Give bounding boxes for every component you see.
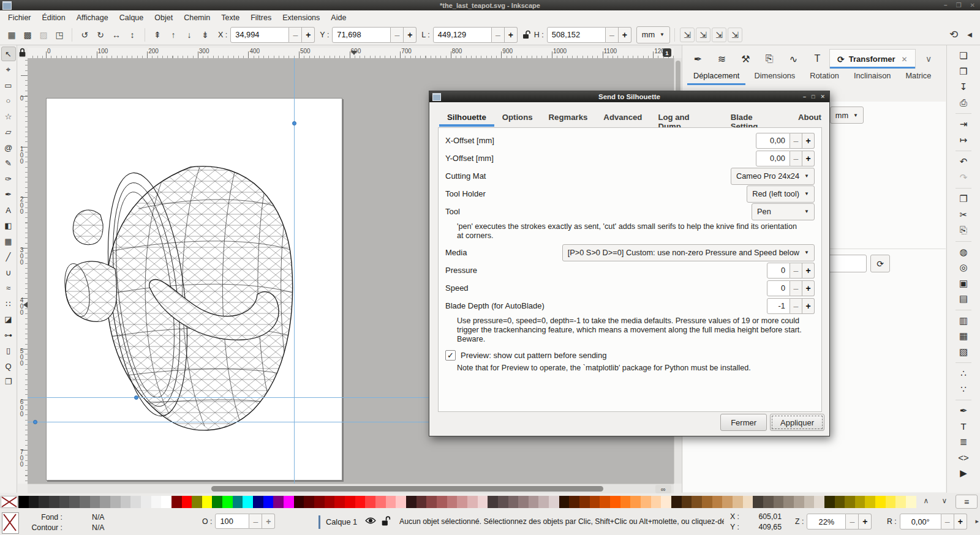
color-swatch[interactable] <box>417 496 427 508</box>
guide-lock-icon[interactable] <box>18 48 27 57</box>
palette-scroll-down-icon[interactable]: ∨ <box>936 496 953 507</box>
color-swatch[interactable] <box>794 496 804 508</box>
preview-checkbox[interactable]: ✓ <box>445 350 456 361</box>
color-swatch[interactable] <box>121 496 131 508</box>
node-editor-tool-icon[interactable]: ⌖ <box>1 62 16 77</box>
save-document-icon[interactable]: ↧ <box>956 80 971 94</box>
dropper-tool-icon[interactable]: ╱ <box>1 250 16 264</box>
node-tab-icon[interactable]: ∿ <box>782 49 805 69</box>
panel-unit-dropdown[interactable]: mm ▼ <box>830 107 864 124</box>
xml-editor-icon[interactable]: <> <box>956 451 971 465</box>
horizontal-scrollbar[interactable]: ∞ <box>28 484 674 493</box>
cmdbar-expander-icon[interactable]: ▶ <box>956 466 971 480</box>
increment-button[interactable]: + <box>262 514 275 529</box>
color-swatch[interactable] <box>49 496 59 508</box>
color-swatch[interactable] <box>39 496 49 508</box>
menu-item[interactable]: Texte <box>216 12 245 23</box>
new-document-icon[interactable]: ❏ <box>956 49 971 62</box>
color-swatch[interactable] <box>671 496 682 508</box>
color-swatch[interactable] <box>610 496 620 508</box>
star-tool-icon[interactable]: ☆ <box>1 109 16 124</box>
color-swatch[interactable] <box>508 496 519 508</box>
box3d-tool-icon[interactable]: ▱ <box>1 125 16 140</box>
color-swatch[interactable] <box>59 496 70 508</box>
guide-anchor[interactable] <box>33 420 37 424</box>
transform-subtab[interactable]: Rotation <box>804 70 845 85</box>
command-button[interactable] <box>956 310 971 310</box>
color-swatch[interactable] <box>855 496 865 508</box>
layer-visibility-eye-icon[interactable] <box>365 516 376 527</box>
increment-button[interactable]: + <box>802 133 815 149</box>
decrement-button[interactable]: – <box>790 263 802 279</box>
decrement-button[interactable]: – <box>941 514 954 529</box>
group-icon[interactable]: ∴ <box>956 367 971 380</box>
color-swatch[interactable] <box>783 496 794 508</box>
color-swatch[interactable] <box>253 496 263 508</box>
color-swatch[interactable] <box>702 496 712 508</box>
dialog-tab[interactable]: Blade Setting <box>723 110 790 127</box>
menu-item[interactable]: Aide <box>325 12 352 23</box>
command-button[interactable] <box>956 362 971 363</box>
color-swatch[interactable] <box>110 496 121 508</box>
zoom-page-icon[interactable]: ▣ <box>956 277 971 290</box>
transform-subtab[interactable]: Inclinaison <box>848 70 897 85</box>
color-swatch[interactable] <box>712 496 723 508</box>
color-swatch[interactable] <box>325 496 335 508</box>
transform-subtab[interactable]: Déplacement <box>687 70 745 85</box>
transform-subtab[interactable]: Matrice <box>899 70 937 85</box>
decrement-button[interactable]: – <box>846 514 859 529</box>
decrement-button[interactable]: – <box>790 133 802 149</box>
tab-transformer[interactable]: ⟳ Transformer ✕ <box>829 49 916 69</box>
dialog-maximize-button[interactable]: □ <box>812 94 815 100</box>
text-dialog-icon[interactable]: T <box>956 420 971 433</box>
color-swatch[interactable] <box>753 496 763 508</box>
spray-tool-icon[interactable]: ∷ <box>1 296 16 311</box>
horizontal-ruler[interactable]: 010020030040050060070080090010001100120 … <box>28 48 674 59</box>
raise-icon[interactable]: ↑ <box>166 28 181 42</box>
color-swatch[interactable] <box>722 496 733 508</box>
tab-close-icon[interactable]: ✕ <box>902 55 908 64</box>
export-icon[interactable]: ↦ <box>956 133 971 147</box>
measure-tool-icon[interactable]: ▯ <box>1 343 16 358</box>
tool-dropdown[interactable]: Pen ▼ <box>752 203 815 220</box>
color-swatch[interactable] <box>273 496 284 508</box>
pencil-tool-icon[interactable]: ✎ <box>1 156 16 171</box>
text-tool-icon[interactable]: A <box>1 203 16 217</box>
export-tab-icon[interactable]: ⎘ <box>758 49 782 69</box>
connector-tool-icon[interactable]: ⊶ <box>1 327 16 342</box>
color-swatch[interactable] <box>141 496 151 508</box>
tweak-tool-icon[interactable]: ≈ <box>1 281 16 296</box>
import-icon[interactable]: ⇥ <box>956 118 971 131</box>
color-swatch[interactable] <box>559 496 570 508</box>
command-button[interactable] <box>956 113 971 114</box>
preview-checkbox-label[interactable]: Preview: show cut pattern before sending <box>461 351 606 360</box>
color-swatch[interactable] <box>467 496 478 508</box>
menu-item[interactable]: Calque <box>114 12 149 23</box>
color-swatch[interactable] <box>824 496 835 508</box>
tool-holder-dropdown[interactable]: Red (left tool) ▼ <box>747 185 815 203</box>
color-swatch[interactable] <box>355 496 366 508</box>
width-spinbox[interactable]: 449,129 – + <box>433 27 518 43</box>
apply-button[interactable]: Appliquer <box>770 414 824 431</box>
spiral-tool-icon[interactable]: @ <box>1 140 16 155</box>
preferences-tab-icon[interactable]: ⚒ <box>734 49 758 69</box>
increment-button[interactable]: + <box>802 280 815 296</box>
menu-item[interactable]: Édition <box>37 12 71 23</box>
command-button[interactable] <box>956 188 971 189</box>
rectangle-tool-icon[interactable]: ▭ <box>1 78 16 92</box>
color-swatch[interactable] <box>641 496 651 508</box>
color-swatch[interactable] <box>18 496 29 508</box>
color-swatch[interactable] <box>692 496 702 508</box>
undo-icon[interactable]: ↶ <box>956 155 971 168</box>
pen-tool-icon[interactable]: ✒ <box>1 187 16 202</box>
dialog-close-button[interactable]: ✕ <box>820 94 825 100</box>
rotation-spinbox[interactable]: 0,00° – + <box>900 514 967 529</box>
color-swatch[interactable] <box>590 496 600 508</box>
color-swatch[interactable] <box>80 496 90 508</box>
text-tab-icon[interactable]: T <box>805 49 829 69</box>
command-button[interactable] <box>956 400 971 400</box>
transform-subtab[interactable]: Dimensions <box>748 70 801 85</box>
color-swatch[interactable] <box>447 496 458 508</box>
x-position-spinbox[interactable]: 34,994 – + <box>230 27 315 43</box>
deselect-icon[interactable]: ▨ <box>36 28 51 42</box>
